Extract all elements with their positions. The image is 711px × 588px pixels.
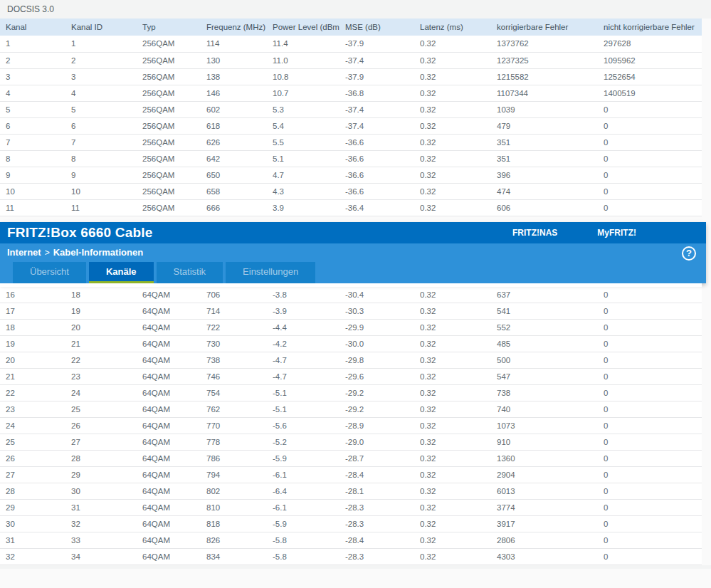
- table-row: 252764QAM778-5.2-29.00.329100: [0, 434, 702, 451]
- table-cell: 0.32: [414, 500, 491, 516]
- table-cell: 27: [0, 467, 65, 483]
- table-cell: 650: [201, 167, 267, 183]
- table-cell: 30: [0, 516, 65, 532]
- table-cell: 0: [598, 320, 702, 336]
- table-cell: 0: [598, 117, 702, 134]
- table-cell: 0: [598, 287, 702, 303]
- table-cell: 658: [201, 183, 267, 199]
- table-cell: 637: [491, 287, 598, 303]
- table-cell: 28: [0, 483, 65, 500]
- table-cell: -3.9: [267, 303, 339, 320]
- myfritz-link[interactable]: MyFRITZ!: [597, 228, 636, 238]
- table-cell: -29.9: [339, 320, 414, 336]
- table-cell: 11.4: [267, 36, 339, 52]
- table-cell: 0: [598, 467, 702, 483]
- table-cell: 30: [65, 483, 137, 500]
- table-cell: 7: [0, 134, 65, 150]
- table-cell: 1215582: [491, 68, 598, 85]
- table-cell: 0.32: [414, 134, 491, 150]
- table-cell: -4.2: [267, 336, 339, 352]
- table-row: 283064QAM802-6.4-28.10.3260130: [0, 483, 702, 500]
- table-cell: 547: [491, 369, 598, 385]
- table-row: 262864QAM786-5.9-28.70.3213600: [0, 451, 702, 467]
- table-cell: 4303: [491, 549, 598, 565]
- table-row: 99256QAM6504.7-36.60.323960: [0, 167, 702, 183]
- table-cell: -5.8: [267, 532, 339, 549]
- breadcrumb-section[interactable]: Internet: [7, 247, 41, 258]
- table-cell: 10.8: [267, 68, 339, 85]
- table-cell: 754: [201, 385, 267, 401]
- table-cell: 64QAM: [137, 320, 201, 336]
- table-cell: 256QAM: [137, 199, 201, 216]
- fritznas-link[interactable]: FRITZ!NAS: [512, 228, 557, 238]
- table-cell: 0.32: [414, 532, 491, 549]
- table-cell: 130: [201, 52, 267, 68]
- table-cell: 0: [598, 418, 702, 434]
- table-cell: 0.32: [414, 150, 491, 167]
- table-cell: 5.3: [267, 101, 339, 117]
- table-row: 293164QAM810-6.1-28.30.3237740: [0, 500, 702, 516]
- table-cell: 64QAM: [137, 303, 201, 320]
- column-header: Latenz (ms): [414, 19, 491, 36]
- table-cell: 6013: [491, 483, 598, 500]
- tab-ubersicht[interactable]: Übersicht: [13, 262, 86, 283]
- table-cell: 1095962: [598, 52, 702, 68]
- table-cell: 500: [491, 352, 598, 369]
- table-cell: 64QAM: [137, 500, 201, 516]
- breadcrumb-page: Kabel-Informationen: [53, 247, 143, 258]
- table-row: 11256QAM11411.4-37.90.321373762297628: [0, 36, 702, 52]
- lower-table-body: 161864QAM706-3.8-30.40.326370171964QAM71…: [0, 287, 702, 565]
- table-cell: 64QAM: [137, 369, 201, 385]
- table-cell: 256QAM: [137, 101, 201, 117]
- table-cell: 1237325: [491, 52, 598, 68]
- table-row: 303264QAM818-5.9-28.30.3239170: [0, 516, 702, 532]
- table-cell: 28: [65, 451, 137, 467]
- table-cell: 64QAM: [137, 287, 201, 303]
- help-icon[interactable]: ?: [682, 246, 696, 261]
- tab-kanale[interactable]: Kanäle: [89, 262, 154, 283]
- table-cell: 64QAM: [137, 483, 201, 500]
- table-cell: 0.32: [414, 385, 491, 401]
- table-cell: -5.1: [267, 401, 339, 418]
- table-cell: 64QAM: [137, 385, 201, 401]
- table-cell: 1: [65, 36, 137, 52]
- table-cell: 11.0: [267, 52, 339, 68]
- table-cell: 256QAM: [137, 183, 201, 199]
- upper-table-body: 11256QAM11411.4-37.90.321373762297628222…: [0, 36, 702, 216]
- docsis-section-title: DOCSIS 3.0: [7, 4, 54, 14]
- tab-statistik[interactable]: Statistik: [157, 262, 223, 283]
- breadcrumb-bar: Internet > Kabel-Informationen ?: [0, 243, 706, 262]
- docsis-upper-channel-table: KanalKanal IDTypFrequenz (MHz)Power Leve…: [0, 19, 702, 216]
- table-cell: 0: [598, 401, 702, 418]
- table-cell: 351: [491, 134, 598, 150]
- table-cell: 22: [0, 385, 65, 401]
- table-cell: 19: [0, 336, 65, 352]
- table-cell: 0: [598, 516, 702, 532]
- table-cell: 11: [65, 199, 137, 216]
- table-cell: 25: [0, 434, 65, 451]
- table-cell: 6: [0, 117, 65, 134]
- table-cell: -29.0: [339, 434, 414, 451]
- table-cell: -5.8: [267, 549, 339, 565]
- table-cell: 10: [0, 183, 65, 199]
- column-header: nicht korrigierbare Fehler: [598, 19, 702, 36]
- column-header: Kanal ID: [65, 19, 137, 36]
- table-cell: 64QAM: [137, 336, 201, 352]
- table-cell: 27: [65, 434, 137, 451]
- table-cell: 256QAM: [137, 36, 201, 52]
- table-cell: 64QAM: [137, 549, 201, 565]
- page-title: FRITZ!Box 6660 Cable: [7, 225, 153, 241]
- table-cell: 64QAM: [137, 516, 201, 532]
- table-cell: 778: [201, 434, 267, 451]
- table-cell: 5.5: [267, 134, 339, 150]
- table-cell: 5: [65, 101, 137, 117]
- table-row: 272964QAM794-6.1-28.40.3229040: [0, 467, 702, 483]
- table-cell: 0.32: [414, 352, 491, 369]
- table-cell: 606: [491, 199, 598, 216]
- tab-einstellungen[interactable]: Einstellungen: [226, 262, 315, 283]
- table-cell: -36.6: [339, 134, 414, 150]
- table-cell: 794: [201, 467, 267, 483]
- table-cell: -28.3: [339, 500, 414, 516]
- table-cell: 2806: [491, 532, 598, 549]
- top-links: FRITZ!NAS MyFRITZ!: [512, 228, 706, 238]
